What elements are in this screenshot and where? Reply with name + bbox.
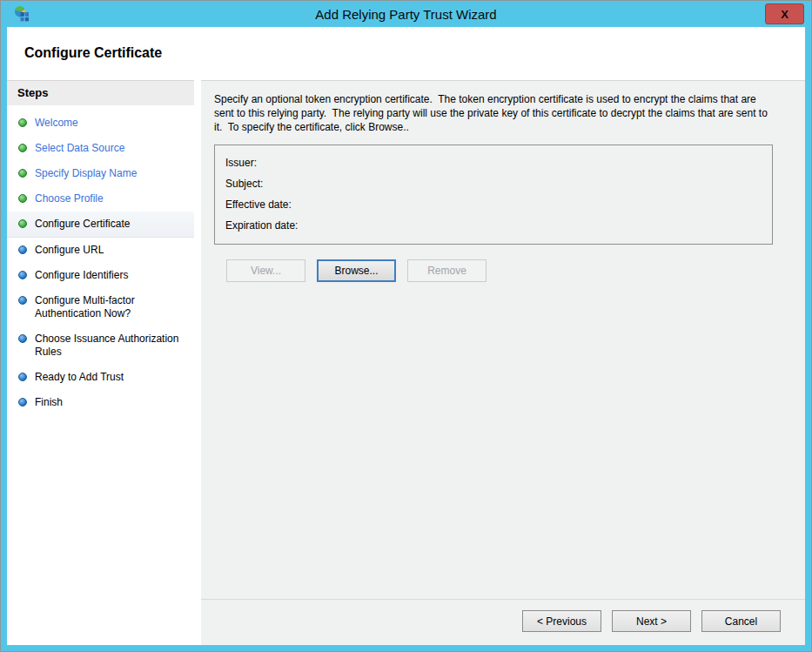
step-configure-certificate-current: Configure Certificate <box>7 212 194 238</box>
step-select-data-source[interactable]: Select Data Source <box>7 136 194 161</box>
step-label: Configure Identifiers <box>35 269 187 282</box>
step-upcoming-bullet-icon <box>18 373 27 381</box>
header-band: Configure Certificate <box>7 27 805 80</box>
browse-button[interactable]: Browse... <box>317 259 396 282</box>
view-button: View... <box>226 259 305 282</box>
steps-header: Steps <box>7 81 194 105</box>
steps-sidebar: Steps Welcome Select Data Source Specify… <box>7 80 194 645</box>
window-title: Add Relying Party Trust Wizard <box>7 7 805 22</box>
cert-field-expiration-date: Expiration date: <box>225 215 762 236</box>
step-configure-url: Configure URL <box>7 238 194 263</box>
step-completed-bullet-icon <box>18 118 27 127</box>
page-description: Specify an optional token encryption cer… <box>214 92 773 134</box>
step-upcoming-bullet-icon <box>18 271 27 279</box>
cert-field-issuer: Issuer: <box>225 152 762 173</box>
cert-field-subject: Subject: <box>225 173 762 194</box>
step-label: Choose Issuance Authorization Rules <box>35 333 187 359</box>
adfs-wizard-icon <box>13 5 30 23</box>
step-label: Configure URL <box>35 244 187 257</box>
step-label[interactable]: Choose Profile <box>35 192 187 205</box>
step-upcoming-bullet-icon <box>18 296 27 305</box>
step-label: Configure Multi-factor Authentication No… <box>35 294 187 320</box>
content-panel: Specify an optional token encryption cer… <box>201 80 805 645</box>
panels: Steps Welcome Select Data Source Specify… <box>7 80 805 645</box>
wizard-footer: < Previous Next > Cancel <box>201 599 805 645</box>
step-completed-bullet-icon <box>18 194 27 203</box>
certificate-actions: View... Browse... Remove <box>226 259 773 282</box>
step-label: Ready to Add Trust <box>35 371 187 384</box>
step-upcoming-bullet-icon <box>18 245 27 254</box>
step-welcome[interactable]: Welcome <box>7 111 194 136</box>
step-specify-display-name[interactable]: Specify Display Name <box>7 161 194 186</box>
cert-field-effective-date: Effective date: <box>225 194 762 215</box>
close-button[interactable]: X <box>765 3 804 24</box>
step-completed-bullet-icon <box>18 169 27 178</box>
step-label[interactable]: Welcome <box>35 117 187 130</box>
window-body: Configure Certificate Steps Welcome Sele… <box>7 27 805 645</box>
remove-button: Remove <box>407 259 487 282</box>
step-label[interactable]: Specify Display Name <box>35 167 187 180</box>
wizard-window: Add Relying Party Trust Wizard X Configu… <box>0 0 812 652</box>
certificate-details-box: Issuer: Subject: Effective date: Ex <box>214 145 773 245</box>
step-configure-identifiers: Configure Identifiers <box>7 263 194 288</box>
step-label: Finish <box>35 396 187 409</box>
titlebar[interactable]: Add Relying Party Trust Wizard X <box>7 1 805 27</box>
step-upcoming-bullet-icon <box>18 334 27 343</box>
step-label[interactable]: Select Data Source <box>35 142 187 155</box>
cancel-button[interactable]: Cancel <box>701 610 781 632</box>
next-button[interactable]: Next > <box>612 610 691 632</box>
steps-list: Welcome Select Data Source Specify Displ… <box>7 111 194 415</box>
content-inner: Specify an optional token encryption cer… <box>201 81 805 599</box>
step-configure-mfa: Configure Multi-factor Authentication No… <box>7 288 194 326</box>
step-choose-issuance-rules: Choose Issuance Authorization Rules <box>7 326 194 365</box>
step-choose-profile[interactable]: Choose Profile <box>7 186 194 212</box>
step-current-bullet-icon <box>18 219 27 228</box>
step-upcoming-bullet-icon <box>18 398 27 407</box>
cert-field-label: Expiration date: <box>225 219 298 232</box>
previous-button[interactable]: < Previous <box>522 610 601 632</box>
page-title: Configure Certificate <box>24 45 805 61</box>
cert-field-label: Issuer: <box>225 157 257 169</box>
step-label: Configure Certificate <box>35 218 187 231</box>
cert-field-label: Effective date: <box>225 198 292 211</box>
cert-field-label: Subject: <box>225 178 263 190</box>
step-ready-to-add-trust: Ready to Add Trust <box>7 365 194 390</box>
step-completed-bullet-icon <box>18 144 27 152</box>
step-finish: Finish <box>7 390 194 415</box>
